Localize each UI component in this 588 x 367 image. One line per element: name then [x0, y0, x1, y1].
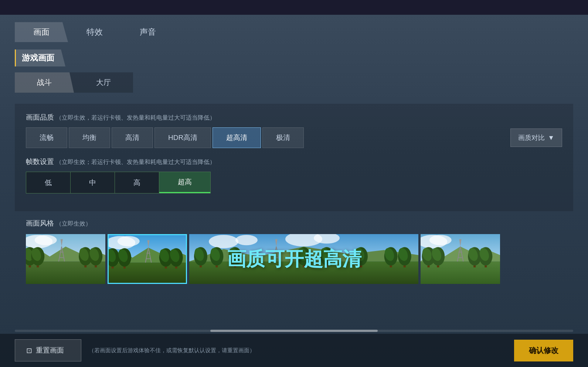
quality-btn-高清[interactable]: 高清: [112, 127, 153, 148]
compare-label: 画质对比: [518, 133, 545, 142]
quality-compare-button[interactable]: 画质对比 ▼: [510, 128, 562, 147]
section-title: 游戏画面: [15, 49, 65, 66]
scrollbar-thumb[interactable]: [210, 330, 378, 332]
top-tabs: 画面 特效 声音: [15, 22, 573, 42]
quality-btn-HDR高清[interactable]: HDR高清: [154, 127, 211, 148]
tab-声音[interactable]: 声音: [121, 22, 174, 42]
top-bar: [0, 0, 588, 15]
quality-buttons: 流畅 均衡 高清 HDR高清 超高清 极清 画质对比 ▼: [26, 127, 562, 148]
scrollbar-track[interactable]: [15, 330, 573, 332]
sub-tabs: 战斗 大厅: [15, 72, 133, 93]
sub-tab-大厅[interactable]: 大厅: [74, 72, 133, 93]
quality-btn-流畅[interactable]: 流畅: [26, 127, 67, 148]
style-thumb-4[interactable]: [421, 234, 500, 284]
compare-chevron-icon: ▼: [548, 134, 554, 142]
style-thumb-1[interactable]: [26, 234, 105, 284]
reset-button[interactable]: ⊡ 重置画面: [15, 339, 81, 361]
style-thumbnails: 画质可开超高清: [26, 234, 562, 284]
style-thumb-3[interactable]: [189, 234, 418, 284]
quality-btn-极清[interactable]: 极清: [262, 127, 304, 148]
fps-btn-高[interactable]: 高: [115, 172, 159, 193]
fps-buttons: 低 中 高 超高: [26, 172, 211, 193]
style-label: 画面风格 （立即生效）: [26, 219, 562, 228]
style-section: 画面风格 （立即生效） 画质可开超高清: [15, 219, 573, 284]
sub-tab-战斗[interactable]: 战斗: [15, 72, 74, 93]
fps-row: 帧数设置 （立即生效；若运行卡顿、发热量和耗电量过大可适当降低） 低 中 高 超…: [26, 157, 562, 193]
reset-label: 重置画面: [36, 346, 64, 355]
fps-btn-中[interactable]: 中: [71, 172, 115, 193]
style-thumb-2[interactable]: [108, 234, 187, 284]
fps-btn-低[interactable]: 低: [26, 172, 71, 193]
thumb-canvas-1: [26, 234, 105, 284]
tab-画面[interactable]: 画面: [15, 22, 68, 42]
fps-btn-超高[interactable]: 超高: [159, 172, 210, 193]
reset-icon: ⊡: [26, 346, 32, 355]
settings-area: 画面品质 （立即生效，若运行卡顿、发热量和耗电量过大可适当降低） 流畅 均衡 高…: [15, 104, 573, 211]
fps-label: 帧数设置 （立即生效；若运行卡顿、发热量和耗电量过大可适当降低）: [26, 157, 562, 167]
quality-label: 画面品质 （立即生效，若运行卡顿、发热量和耗电量过大可适当降低）: [26, 113, 562, 122]
section-header: 游戏画面: [15, 49, 573, 66]
quality-btn-group: 流畅 均衡 高清 HDR高清 超高清 极清: [26, 127, 304, 148]
tab-特效[interactable]: 特效: [68, 22, 121, 42]
main-container: 画面 特效 声音 游戏画面 战斗 大厅 画面品质 （立即生效，若运行卡顿、发热量…: [0, 15, 588, 367]
thumb-canvas-4: [421, 234, 500, 284]
reset-hint: （若画面设置后游戏体验不佳，或需恢复默认认设置，请重置画面）: [89, 347, 507, 354]
thumb-canvas-2: [109, 235, 187, 284]
bottom-bar: ⊡ 重置画面 （若画面设置后游戏体验不佳，或需恢复默认认设置，请重置画面） 确认…: [0, 334, 588, 367]
confirm-button[interactable]: 确认修改: [514, 340, 573, 361]
thumb-canvas-3: [189, 234, 418, 284]
quality-btn-超高清[interactable]: 超高清: [213, 127, 261, 148]
quality-btn-均衡[interactable]: 均衡: [69, 127, 110, 148]
quality-row: 画面品质 （立即生效，若运行卡顿、发热量和耗电量过大可适当降低） 流畅 均衡 高…: [26, 113, 562, 148]
